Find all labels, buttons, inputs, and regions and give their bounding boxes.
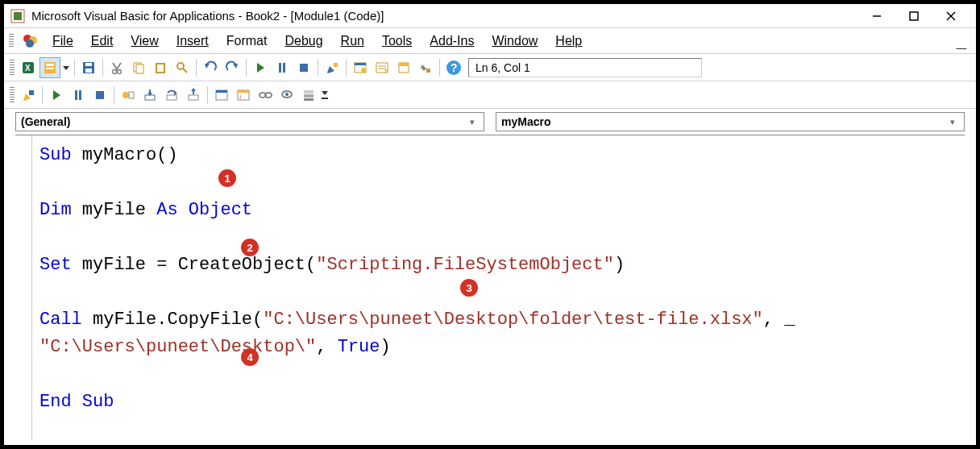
menu-addins[interactable]: Add-Ins xyxy=(421,32,482,50)
svg-point-19 xyxy=(118,69,122,73)
svg-text:?: ? xyxy=(451,61,458,74)
window-title: Microsoft Visual Basic for Applications … xyxy=(31,9,858,23)
stop-icon xyxy=(300,64,308,72)
pause-icon xyxy=(279,63,285,73)
mdi-minimize-icon[interactable]: _ xyxy=(952,37,971,45)
svg-rect-43 xyxy=(29,90,34,95)
cursor-position: Ln 6, Col 1 xyxy=(468,58,702,77)
svg-rect-53 xyxy=(216,90,227,93)
svg-rect-1 xyxy=(14,12,22,20)
menu-help[interactable]: Help xyxy=(547,32,590,50)
run-button-2[interactable] xyxy=(46,85,67,106)
play-icon xyxy=(257,63,264,73)
titlebar: Microsoft Visual Basic for Applications … xyxy=(4,4,976,28)
toggle-breakpoint-button[interactable] xyxy=(118,85,139,106)
svg-rect-38 xyxy=(399,63,409,66)
menu-debug[interactable]: Debug xyxy=(276,32,330,50)
break-button[interactable] xyxy=(272,57,293,78)
step-over-button[interactable] xyxy=(161,85,182,106)
object-browser-button[interactable] xyxy=(393,57,414,78)
app-icon xyxy=(10,9,25,23)
excel-view-button[interactable]: X xyxy=(18,57,39,78)
undo-button[interactable] xyxy=(200,57,221,78)
svg-rect-12 xyxy=(46,64,54,66)
watch-window-button[interactable] xyxy=(255,85,276,106)
svg-marker-28 xyxy=(327,66,334,73)
toolbox-button[interactable] xyxy=(415,57,436,78)
svg-rect-31 xyxy=(355,63,366,65)
design-mode-button-2[interactable] xyxy=(18,85,39,106)
menu-format[interactable]: Format xyxy=(218,32,276,50)
insert-module-button[interactable] xyxy=(39,57,60,78)
svg-rect-3 xyxy=(910,12,918,20)
chevron-down-icon: ▾ xyxy=(946,117,959,127)
copy-button[interactable] xyxy=(128,57,149,78)
svg-point-8 xyxy=(26,39,34,48)
paste-button[interactable] xyxy=(150,57,171,78)
immediate-window-button[interactable]: ! xyxy=(233,85,254,106)
properties-button[interactable] xyxy=(372,57,392,78)
maximize-button[interactable] xyxy=(895,6,932,27)
toolbar-overflow-icon[interactable] xyxy=(320,85,330,106)
svg-rect-50 xyxy=(189,95,198,100)
menu-view[interactable]: View xyxy=(122,32,166,50)
code-editor[interactable]: Sub myMacro() Dim myFile As Object Set m… xyxy=(15,135,965,440)
callout-1: 1 xyxy=(218,169,236,187)
play-icon xyxy=(53,90,60,100)
reset-button-2[interactable] xyxy=(89,85,110,106)
app-window: Microsoft Visual Basic for Applications … xyxy=(3,3,977,446)
debug-toolbar: ! xyxy=(4,81,976,109)
close-button[interactable] xyxy=(932,6,970,27)
help-button[interactable]: ? xyxy=(443,57,464,78)
menu-run[interactable]: Run xyxy=(333,32,372,50)
menubar: File Edit View Insert Format Debug Run T… xyxy=(4,28,976,54)
find-button[interactable] xyxy=(172,57,193,78)
menu-insert[interactable]: Insert xyxy=(168,32,217,50)
svg-rect-45 xyxy=(129,92,134,98)
grip-icon xyxy=(10,60,15,76)
code-selectors: (General) ▾ myMacro ▾ xyxy=(4,109,976,135)
grip-icon xyxy=(10,87,15,103)
svg-rect-62 xyxy=(304,94,314,98)
svg-point-60 xyxy=(285,93,289,96)
pause-icon xyxy=(75,90,81,100)
quick-watch-button[interactable] xyxy=(276,85,297,106)
svg-point-24 xyxy=(177,63,184,69)
svg-text:X: X xyxy=(25,64,31,73)
menu-file[interactable]: File xyxy=(44,32,81,50)
svg-rect-61 xyxy=(304,90,314,94)
step-out-button[interactable] xyxy=(183,85,204,106)
reset-button[interactable] xyxy=(293,57,314,78)
svg-rect-17 xyxy=(85,69,92,73)
dropdown-icon[interactable] xyxy=(61,57,71,78)
call-stack-button[interactable] xyxy=(298,85,319,106)
gear-icon xyxy=(22,32,39,50)
svg-rect-16 xyxy=(85,63,92,66)
step-into-button[interactable] xyxy=(139,85,160,106)
cut-button[interactable] xyxy=(106,57,127,78)
svg-marker-64 xyxy=(322,91,328,95)
redo-button[interactable] xyxy=(222,57,243,78)
menu-edit[interactable]: Edit xyxy=(83,32,122,50)
locals-window-button[interactable] xyxy=(211,85,232,106)
callout-4: 4 xyxy=(241,348,259,366)
procedure-selector[interactable]: myMacro ▾ xyxy=(496,112,965,131)
callout-3: 3 xyxy=(460,279,478,297)
code-content: Sub myMacro() Dim myFile As Object Set m… xyxy=(39,142,958,416)
project-explorer-button[interactable] xyxy=(350,57,371,78)
svg-rect-65 xyxy=(322,98,328,99)
main-toolbar: X ? Ln 6, Col 1 xyxy=(4,54,976,81)
svg-rect-21 xyxy=(136,64,143,73)
design-mode-button[interactable] xyxy=(322,57,343,78)
callout-2: 2 xyxy=(241,239,259,256)
svg-marker-14 xyxy=(63,66,69,70)
menu-tools[interactable]: Tools xyxy=(374,32,420,50)
svg-rect-55 xyxy=(238,90,249,93)
menu-window[interactable]: Window xyxy=(484,32,546,50)
break-button-2[interactable] xyxy=(68,85,89,106)
run-button[interactable] xyxy=(250,57,271,78)
object-selector[interactable]: (General) ▾ xyxy=(15,112,484,131)
save-button[interactable] xyxy=(78,57,99,78)
svg-marker-26 xyxy=(205,64,210,69)
minimize-button[interactable] xyxy=(858,6,895,27)
